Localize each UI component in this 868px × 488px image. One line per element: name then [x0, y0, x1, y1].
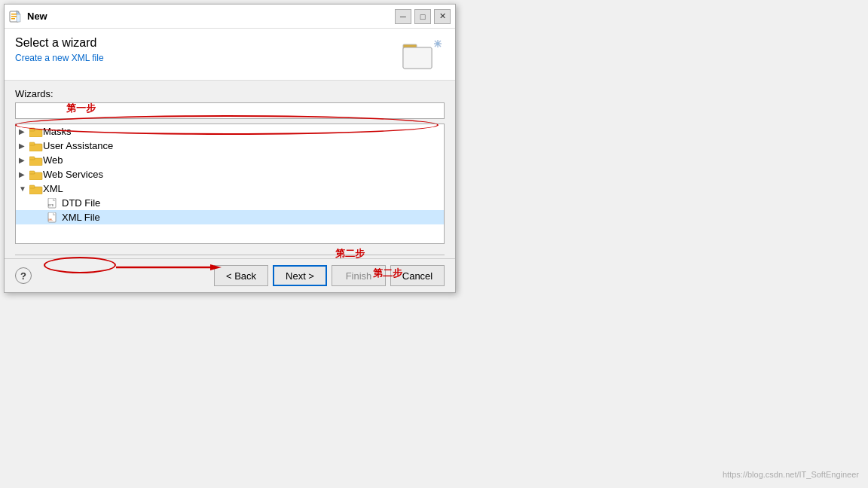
- close-button[interactable]: ✕: [434, 9, 451, 24]
- header-title: Select a wizard: [15, 36, 104, 50]
- tree-item-xml-file[interactable]: ▶ XML XML File: [16, 210, 444, 224]
- tree-item-user-assistance[interactable]: ▶ User Assistance: [16, 139, 444, 153]
- svg-rect-17: [29, 142, 35, 145]
- title-bar-left: New: [9, 10, 47, 23]
- footer-area: ? < Back Next > Finish Cancel: [5, 258, 455, 292]
- folder-icon-user-assistance: [29, 141, 43, 151]
- folder-icon-masks: [29, 127, 43, 137]
- footer-buttons: < Back Next > Finish Cancel: [214, 265, 445, 286]
- separator: [15, 255, 445, 255]
- expander-user-assistance[interactable]: ▶: [19, 142, 29, 150]
- svg-rect-21: [29, 171, 35, 174]
- wizards-label: Wizards:: [15, 88, 445, 99]
- watermark: https://blog.csdn.net/IT_SoftEngineer: [723, 470, 859, 479]
- maximize-button[interactable]: □: [414, 9, 431, 24]
- body-area: Wizards: 第一步 ▶ Masks ▶: [5, 81, 455, 252]
- tree-item-xml[interactable]: ▼ XML: [16, 181, 444, 196]
- header-icon-area: [399, 36, 445, 74]
- tree-item-masks[interactable]: ▶ Masks: [16, 124, 444, 139]
- expander-xml[interactable]: ▼: [19, 185, 29, 193]
- tree-item-web-services[interactable]: ▶ Web Services: [16, 167, 444, 181]
- help-button[interactable]: ?: [15, 267, 32, 284]
- item-label-web-services: Web Services: [43, 169, 103, 180]
- new-dialog: New ─ □ ✕ Select a wizard Create a new X…: [4, 4, 456, 293]
- file-icon-dtd: DTD: [47, 198, 60, 209]
- expander-web-services[interactable]: ▶: [19, 170, 29, 178]
- title-controls: ─ □ ✕: [395, 9, 451, 24]
- item-label-web: Web: [43, 154, 63, 166]
- expander-masks[interactable]: ▶: [19, 127, 29, 136]
- svg-text:DTD: DTD: [48, 203, 54, 207]
- folder-icon-web: [29, 155, 43, 166]
- minimize-button[interactable]: ─: [395, 9, 411, 24]
- header-subtitle[interactable]: Create a new XML file: [15, 53, 104, 63]
- cancel-button[interactable]: Cancel: [390, 265, 445, 286]
- app-icon: [9, 10, 23, 23]
- folder-icon-web-services: [29, 169, 43, 180]
- finish-button[interactable]: Finish: [332, 265, 386, 286]
- footer-left: ?: [15, 267, 32, 284]
- tree-container[interactable]: ▶ Masks ▶ User Assistance: [15, 124, 445, 244]
- title-bar: New ─ □ ✕: [5, 5, 455, 29]
- item-label-masks: Masks: [43, 126, 72, 137]
- wizard-icon: [402, 38, 443, 72]
- search-input[interactable]: [15, 102, 445, 119]
- item-label-xml-file: XML File: [62, 212, 100, 223]
- svg-rect-8: [403, 47, 432, 69]
- folder-icon-xml: [29, 184, 43, 194]
- svg-rect-19: [29, 157, 35, 160]
- item-label-xml: XML: [43, 183, 63, 194]
- header-area: Select a wizard Create a new XML file: [5, 29, 455, 81]
- expander-web[interactable]: ▶: [19, 156, 29, 164]
- svg-rect-15: [29, 128, 35, 131]
- svg-point-13: [436, 42, 439, 45]
- tree-item-dtd-file[interactable]: ▶ DTD DTD File: [16, 196, 444, 210]
- svg-rect-23: [29, 185, 35, 188]
- item-label-user-assistance: User Assistance: [43, 140, 113, 151]
- next-button[interactable]: Next >: [273, 265, 327, 286]
- file-icon-xml: XML: [47, 212, 60, 223]
- svg-text:XML: XML: [48, 218, 53, 221]
- back-button[interactable]: < Back: [214, 265, 268, 286]
- tree-item-web[interactable]: ▶ Web: [16, 153, 444, 167]
- svg-rect-3: [11, 18, 15, 20]
- window-title: New: [27, 11, 47, 22]
- item-label-dtd: DTD File: [62, 197, 100, 209]
